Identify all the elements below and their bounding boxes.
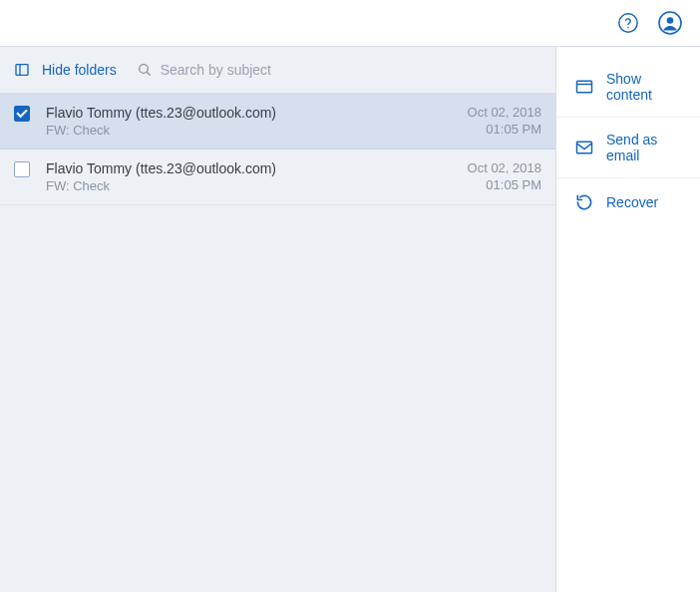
hide-folders-button[interactable]: Hide folders <box>14 62 117 78</box>
row-checkbox[interactable] <box>14 106 30 122</box>
svg-rect-8 <box>577 81 592 93</box>
svg-rect-10 <box>577 142 592 153</box>
user-icon[interactable] <box>658 11 682 35</box>
svg-point-1 <box>627 27 629 29</box>
topbar <box>0 0 700 47</box>
row-date: Oct 02, 2018 <box>468 104 541 121</box>
search-icon <box>137 62 153 78</box>
message-row[interactable]: Flavio Tommy (ttes.23@outlook.com) FW: C… <box>0 94 555 149</box>
row-from: Flavio Tommy (ttes.23@outlook.com) <box>46 104 454 122</box>
window-icon <box>574 77 594 97</box>
message-list: Flavio Tommy (ttes.23@outlook.com) FW: C… <box>0 94 555 205</box>
envelope-icon <box>574 138 594 157</box>
message-list-panel: Hide folders Flavio Tommy <box>0 47 556 592</box>
svg-line-7 <box>147 72 150 75</box>
row-body: Flavio Tommy (ttes.23@outlook.com) FW: C… <box>44 159 454 194</box>
row-time: 01:05 PM <box>468 121 541 138</box>
help-icon[interactable] <box>616 11 640 35</box>
hide-folders-label: Hide folders <box>42 62 117 78</box>
send-as-email-button[interactable]: Send as email <box>556 118 700 178</box>
row-body: Flavio Tommy (ttes.23@outlook.com) FW: C… <box>44 104 454 139</box>
row-from: Flavio Tommy (ttes.23@outlook.com) <box>46 159 454 177</box>
show-content-button[interactable]: Show content <box>556 57 700 118</box>
panel-toggle-icon <box>14 62 30 78</box>
action-panel: Show content Send as email <box>556 47 700 592</box>
recover-label: Recover <box>606 194 658 210</box>
show-content-label: Show content <box>606 71 682 103</box>
row-subject: FW: Check <box>46 122 454 139</box>
list-toolbar: Hide folders <box>0 47 555 94</box>
search-input[interactable] <box>161 62 360 78</box>
svg-point-3 <box>667 17 674 24</box>
svg-point-0 <box>619 14 637 32</box>
row-meta: Oct 02, 2018 01:05 PM <box>468 104 541 138</box>
recover-button[interactable]: Recover <box>556 178 700 226</box>
row-time: 01:05 PM <box>468 176 541 193</box>
send-as-email-label: Send as email <box>606 132 682 163</box>
row-date: Oct 02, 2018 <box>468 159 541 176</box>
svg-rect-4 <box>16 65 28 76</box>
row-subject: FW: Check <box>46 177 454 194</box>
search-container <box>137 62 360 78</box>
row-checkbox[interactable] <box>14 161 30 177</box>
message-row[interactable]: Flavio Tommy (ttes.23@outlook.com) FW: C… <box>0 149 555 205</box>
row-meta: Oct 02, 2018 01:05 PM <box>468 159 541 193</box>
refresh-icon <box>574 192 594 212</box>
